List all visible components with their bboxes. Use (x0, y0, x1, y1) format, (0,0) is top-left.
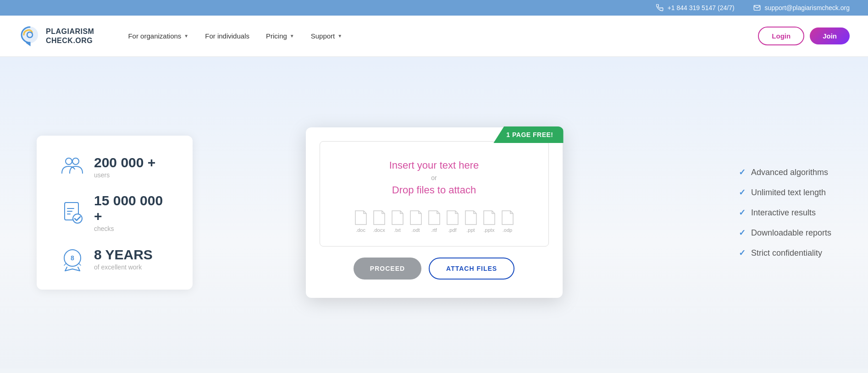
nav-pricing-label: Pricing (266, 32, 287, 40)
doc-icon (354, 210, 367, 225)
years-icon: 8 (60, 246, 85, 271)
format-pdf: .pdf (446, 210, 459, 233)
top-bar: +1 844 319 5147 (24/7) support@plagiaris… (0, 0, 868, 16)
check-icon-4: ✓ (739, 228, 746, 238)
format-doc: .doc (354, 210, 367, 233)
feature-advanced-algorithms: ✓ Advanced algorithms (739, 167, 831, 177)
feature-strict-confidentiality: ✓ Strict confidentiality (739, 248, 831, 258)
odt-icon (409, 210, 422, 225)
pptx-icon (483, 210, 496, 225)
drop-sub-text: Drop files to attach (392, 184, 476, 196)
format-odp: .odp (501, 210, 514, 233)
header: PLAGIARISM CHECK.ORG For organizations ▼… (0, 16, 868, 57)
stats-card: 200 000 + users 15 000 000 + checks (37, 136, 193, 290)
nav: For organizations ▼ For individuals Pric… (122, 28, 758, 44)
check-icon-2: ✓ (739, 187, 746, 197)
docx-icon (373, 210, 386, 225)
nav-pricing[interactable]: Pricing ▼ (260, 28, 301, 44)
nav-for-individuals-label: For individuals (205, 32, 249, 40)
check-icon-3: ✓ (739, 208, 746, 218)
nav-support[interactable]: Support ▼ (304, 28, 348, 44)
svg-text:8: 8 (71, 254, 74, 262)
chevron-down-icon-2: ▼ (290, 33, 294, 38)
stat-users-label: users (94, 171, 155, 179)
stat-years-text: 8 YEARS of excellent work (94, 247, 153, 271)
feature-label-3: Interactive results (751, 208, 816, 218)
rtf-icon (428, 210, 441, 225)
format-txt: .txt (391, 210, 404, 233)
format-rtf: .rtf (428, 210, 441, 233)
stat-years-label: of excellent work (94, 263, 153, 271)
login-button[interactable]: Login (758, 27, 804, 45)
feature-label-1: Advanced algorithms (751, 168, 828, 177)
upload-actions: PROCEED ATTACH FILES (320, 258, 549, 280)
format-docx: .docx (373, 210, 386, 233)
nav-for-individuals[interactable]: For individuals (199, 28, 256, 44)
join-button[interactable]: Join (810, 27, 850, 44)
pdf-icon (446, 210, 459, 225)
svg-point-3 (72, 158, 79, 165)
stat-users: 200 000 + users (60, 154, 170, 179)
feature-interactive-results: ✓ Interactive results (739, 208, 831, 218)
proceed-button[interactable]: PROCEED (354, 258, 421, 280)
stat-users-number: 200 000 + (94, 155, 155, 170)
txt-icon (391, 210, 404, 225)
email-contact: support@plagiarismcheck.org (753, 4, 850, 12)
main-content: 200 000 + users 15 000 000 + checks (0, 57, 868, 368)
nav-for-organizations-label: For organizations (128, 32, 181, 40)
chevron-down-icon-3: ▼ (337, 33, 342, 38)
logo[interactable]: PLAGIARISM CHECK.ORG (18, 25, 94, 48)
upload-card: 1 PAGE FREE! Insert your text here or Dr… (306, 127, 563, 298)
check-icon-1: ✓ (739, 167, 746, 177)
logo-text: PLAGIARISM CHECK.ORG (46, 27, 94, 44)
format-pptx: .pptx (483, 210, 496, 233)
stat-years: 8 8 YEARS of excellent work (60, 246, 170, 271)
free-badge: 1 PAGE FREE! (493, 126, 563, 143)
drop-main-text: Insert your text here (389, 159, 479, 171)
format-odt: .odt (409, 210, 422, 233)
stat-checks-label: checks (94, 225, 170, 232)
phone-icon (656, 4, 664, 12)
feature-downloadable-reports: ✓ Downloadable reports (739, 228, 831, 238)
features-list: ✓ Advanced algorithms ✓ Unlimited text l… (739, 167, 831, 258)
file-formats: .doc .docx (354, 210, 514, 233)
feature-label-2: Unlimited text length (751, 188, 826, 197)
check-icon-5: ✓ (739, 248, 746, 258)
email-icon (753, 4, 761, 12)
stat-checks: 15 000 000 + checks (60, 193, 170, 232)
phone-contact: +1 844 319 5147 (24/7) (656, 4, 735, 12)
stat-checks-number: 15 000 000 + (94, 193, 170, 224)
drop-zone[interactable]: Insert your text here or Drop files to a… (320, 141, 549, 247)
checks-icon (60, 200, 85, 225)
stat-years-number: 8 YEARS (94, 247, 153, 263)
format-ppt: .ppt (464, 210, 477, 233)
stat-checks-text: 15 000 000 + checks (94, 193, 170, 232)
email-address: support@plagiarismcheck.org (765, 4, 850, 11)
feature-label-5: Strict confidentiality (751, 248, 822, 258)
ppt-icon (464, 210, 477, 225)
nav-for-organizations[interactable]: For organizations ▼ (122, 28, 195, 44)
feature-unlimited-text: ✓ Unlimited text length (739, 187, 831, 197)
phone-number: +1 844 319 5147 (24/7) (668, 4, 735, 11)
chevron-down-icon: ▼ (184, 33, 188, 38)
header-actions: Login Join (758, 27, 850, 45)
feature-label-4: Downloadable reports (751, 228, 831, 238)
stat-users-text: 200 000 + users (94, 155, 155, 179)
users-icon (60, 154, 85, 179)
logo-icon (18, 25, 41, 48)
odp-icon (501, 210, 514, 225)
attach-files-button[interactable]: ATTACH FILES (429, 258, 514, 280)
svg-point-2 (66, 158, 72, 165)
nav-support-label: Support (311, 32, 335, 40)
drop-or-text: or (431, 174, 437, 181)
